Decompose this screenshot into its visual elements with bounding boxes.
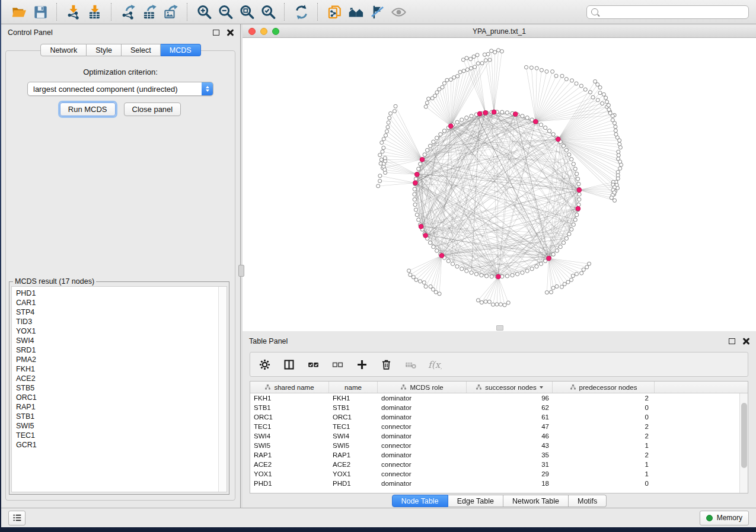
mcds-result-item[interactable]: PMA2	[16, 355, 214, 364]
zoom-selected-button[interactable]	[257, 2, 279, 22]
window-close-button[interactable]	[248, 28, 256, 35]
mcds-tab-body: Optimization criterion: largest connecte…	[5, 50, 235, 501]
mcds-result-item[interactable]: ORC1	[16, 393, 214, 402]
mcds-result-item[interactable]: TEC1	[16, 431, 214, 440]
export-network-button[interactable]	[117, 2, 139, 22]
column-header-shared-name[interactable]: shared name	[250, 382, 329, 393]
cell-mcds_role: dominator	[378, 395, 467, 402]
select-all-button[interactable]	[305, 357, 321, 372]
column-header-predecessor-nodes[interactable]: predecessor nodes	[553, 382, 655, 393]
table-row[interactable]: PHD1PHD1dominator180	[250, 479, 739, 488]
window-minimize-button[interactable]	[260, 28, 267, 35]
export-table-button[interactable]	[139, 2, 160, 22]
table-header-row: shared namenameMCDS rolesuccessor nodesp…	[250, 382, 748, 393]
import-network-icon	[66, 4, 82, 20]
tab-mcds[interactable]: MCDS	[161, 44, 201, 56]
mcds-result-title: MCDS result (17 nodes)	[13, 277, 96, 286]
table-row[interactable]: YOX1YOX1connector291	[250, 469, 739, 479]
import-network-button[interactable]	[63, 2, 84, 22]
close-panel-button[interactable]: Close panel	[124, 102, 181, 116]
mcds-result-item[interactable]: GCR1	[16, 440, 214, 450]
eye-button[interactable]	[388, 2, 409, 22]
table-row[interactable]: STB1STB1dominator620	[250, 403, 739, 412]
tab-node-table[interactable]: Node Table	[392, 495, 448, 507]
column-header-MCDS-role[interactable]: MCDS role	[378, 382, 467, 393]
network-view-window: YPA_prune.txt_1	[243, 25, 756, 331]
table-scrollbar-thumb[interactable]	[741, 403, 747, 468]
tab-select[interactable]: Select	[122, 44, 161, 56]
add-column-button[interactable]	[354, 357, 369, 372]
deselect-all-button[interactable]	[330, 357, 345, 372]
column-header-name[interactable]: name	[329, 382, 378, 393]
delete-column-button[interactable]	[378, 357, 394, 372]
mcds-result-item[interactable]: YOX1	[16, 326, 214, 336]
float-table-panel-icon[interactable]	[729, 338, 735, 344]
mcds-result-item[interactable]: TID3	[16, 317, 214, 326]
cell-name: FKH1	[329, 395, 378, 402]
tab-network[interactable]: Network	[40, 44, 87, 56]
mcds-result-item[interactable]: SWI5	[16, 421, 214, 431]
float-panel-icon[interactable]	[213, 30, 219, 36]
table-row[interactable]: ORC1ORC1dominator610	[250, 412, 739, 422]
table-row[interactable]: RAP1RAP1dominator352	[250, 450, 739, 460]
close-panel-icon[interactable]	[227, 29, 234, 36]
table-row[interactable]: FKH1FKH1dominator962	[250, 393, 739, 403]
zoom-in-button[interactable]	[193, 2, 215, 22]
save-session-button[interactable]	[30, 2, 51, 22]
mcds-list-scrollbar[interactable]	[218, 287, 227, 492]
tab-network-table[interactable]: Network Table	[503, 495, 569, 507]
network-canvas[interactable]	[243, 38, 756, 331]
zoom-fit-button[interactable]	[236, 2, 257, 22]
main-toolbar	[1, 0, 756, 24]
optimization-criterion-select[interactable]: largest connected component (undirected)	[27, 82, 213, 96]
mcds-result-item[interactable]: STP4	[16, 307, 214, 317]
export-image-button[interactable]	[160, 2, 181, 22]
cell-mcds_role: dominator	[378, 432, 467, 440]
open-session-button[interactable]	[8, 2, 30, 22]
tab-style[interactable]: Style	[87, 44, 122, 56]
search-box[interactable]	[586, 5, 749, 19]
mcds-result-item[interactable]: STB5	[16, 383, 214, 393]
table-row[interactable]: TEC1TEC1connector472	[250, 422, 739, 431]
mcds-result-item[interactable]: RAP1	[16, 402, 214, 412]
table-row[interactable]: ACE2ACE2connector311	[250, 460, 739, 469]
task-history-button[interactable]	[8, 511, 25, 525]
toolbar-separator	[111, 3, 112, 21]
table-row[interactable]: SWI4SWI4dominator462	[250, 431, 739, 441]
memory-button[interactable]: Memory	[700, 511, 749, 525]
search-input[interactable]	[601, 7, 744, 17]
tab-motifs[interactable]: Motifs	[569, 495, 607, 507]
close-table-panel-icon[interactable]	[742, 338, 749, 345]
zoom-out-button[interactable]	[215, 2, 236, 22]
mcds-result-item[interactable]: SWI4	[16, 336, 214, 345]
table-row[interactable]: SWI5SWI5connector431	[250, 441, 739, 450]
refresh-button[interactable]	[291, 2, 312, 22]
function-builder-icon: f(x)	[428, 357, 442, 371]
table-scrollbar[interactable]	[739, 393, 748, 493]
tab-edge-table[interactable]: Edge Table	[448, 495, 503, 507]
mcds-result-item[interactable]: PHD1	[16, 289, 214, 298]
delete-table-button[interactable]	[403, 357, 418, 372]
mcds-result-item[interactable]: FKH1	[16, 364, 214, 374]
mcds-result-item[interactable]: SRD1	[16, 345, 214, 355]
function-builder-button[interactable]: f(x)	[427, 357, 442, 372]
vertical-splitter-handle[interactable]	[238, 265, 244, 277]
houses-button[interactable]	[345, 2, 366, 22]
import-table-button[interactable]	[84, 2, 106, 22]
mcds-result-item[interactable]: ACE2	[16, 374, 214, 383]
cell-shared_name: RAP1	[250, 451, 329, 459]
gear-button[interactable]	[257, 357, 272, 372]
flag-slash-button[interactable]	[366, 2, 388, 22]
network-from-selection-button[interactable]	[324, 2, 345, 22]
column-split-button[interactable]	[281, 357, 296, 372]
cell-shared_name: FKH1	[250, 395, 329, 402]
mcds-result-list[interactable]: PHD1CAR1STP4TID3YOX1SWI4SRD1PMA2FKH1ACE2…	[12, 287, 218, 492]
window-maximize-button[interactable]	[272, 28, 279, 35]
cell-predecessors: 0	[553, 480, 655, 487]
mcds-result-item[interactable]: STB1	[16, 412, 214, 421]
horizontal-splitter-handle[interactable]	[496, 325, 503, 331]
column-header-label: name	[344, 384, 362, 391]
mcds-result-item[interactable]: CAR1	[16, 298, 214, 307]
run-mcds-button[interactable]: Run MCDS	[60, 102, 116, 116]
column-header-successor-nodes[interactable]: successor nodes	[467, 382, 553, 393]
